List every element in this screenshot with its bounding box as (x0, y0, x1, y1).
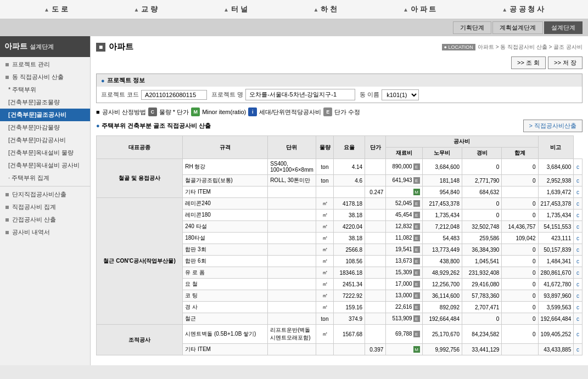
item-name: 유 로 폼 (183, 267, 268, 279)
row-action-icon[interactable]: c (576, 316, 579, 322)
bullet-icon (5, 206, 9, 209)
sidebar-item-indoor-qty[interactable]: [건축부문]옥내설비 물량 (0, 146, 90, 159)
item-qty: 7222.92 (334, 290, 365, 302)
item-expense: 0 (502, 210, 538, 221)
item-expense: 0 (502, 325, 538, 344)
method-i-icon[interactable]: i (248, 108, 257, 116)
item-loss (365, 175, 386, 186)
sidebar-item-complex-direct[interactable]: 단지직접공사비산출 (0, 188, 90, 201)
edit-icon[interactable]: E (413, 200, 420, 207)
sidebar-item-cost-doc[interactable]: 공사비 내역서 (0, 226, 90, 239)
item-labor: 0 (462, 313, 502, 325)
sidebar-item-project-mgmt[interactable]: 프로젝트 관리 (0, 58, 90, 71)
row-action-icon[interactable]: c (576, 270, 579, 276)
nav-road[interactable]: ▲ 도 로 (44, 4, 68, 14)
row-action-icon[interactable]: c (576, 224, 579, 230)
save-button[interactable]: >> 저 장 (548, 56, 583, 69)
item-expense: 0 (502, 279, 538, 290)
item-unit-price: 17,000E (386, 279, 422, 290)
item-col-icon: c (574, 186, 583, 198)
col-header-spec: 규격 (183, 136, 268, 159)
item-material: 3,684,600 (422, 159, 462, 175)
row-action-icon[interactable]: c (576, 347, 579, 353)
sidebar-item-housing-total[interactable]: · 주택부위 집계 (0, 172, 90, 184)
item-col-icon: c (574, 221, 583, 233)
row-action-icon[interactable]: c (576, 304, 579, 310)
sidebar-item-direct-total[interactable]: 직접공사비 집계 (0, 201, 90, 213)
row-action-icon[interactable]: c (576, 293, 579, 299)
nav-river[interactable]: ▲ 하 천 (313, 4, 338, 14)
sidebar-item-arch-qty[interactable]: [건축부문]골조물량 (0, 96, 90, 109)
nav-bridge[interactable]: ▲ 교 량 (134, 4, 158, 14)
sidebar-item-dong-direct[interactable]: 동 직접공사비 산출 (0, 71, 90, 83)
method-e-icon[interactable]: E (323, 108, 332, 116)
sidebar-item-indirect[interactable]: 간접공사비 산출 (0, 213, 90, 226)
edit-icon[interactable]: E (413, 281, 420, 287)
edit-icon[interactable]: E (413, 246, 420, 253)
item-expense (502, 344, 538, 355)
item-col-icon: c (574, 325, 583, 344)
stage-planning[interactable]: 기획단계 (453, 21, 491, 34)
edit-icon[interactable]: E (413, 315, 420, 322)
method-m-icon[interactable]: M (191, 108, 200, 116)
stage-design-planning[interactable]: 계획설계단계 (492, 21, 543, 34)
edit-icon[interactable]: E (413, 223, 420, 230)
calc-button[interactable]: > 직접공사비산출 (523, 120, 583, 132)
item-col-icon: c (574, 175, 583, 186)
row-action-icon[interactable]: c (576, 258, 579, 264)
edit-icon[interactable]: E (413, 304, 420, 310)
item-qty: 1567.68 (334, 325, 365, 344)
sidebar-item-finish-cost[interactable]: [건축부문]마감공사비 (0, 134, 90, 146)
method-c-icon[interactable]: C (148, 108, 157, 116)
row-action-icon[interactable]: c (576, 189, 579, 195)
row-action-icon[interactable]: c (576, 247, 579, 253)
item-unit-price: 11,082E (386, 233, 422, 244)
sidebar-item-indoor-cost[interactable]: [건축부문]옥내설비 공사비 (0, 159, 90, 172)
item-spec (268, 344, 316, 355)
row-action-icon[interactable]: c (576, 331, 579, 337)
section-subtitle: ● 주택부위 건축부분 골조 직접공사비 산출 (96, 122, 211, 130)
sidebar-item-housing[interactable]: * 주택부위 (0, 83, 90, 96)
lookup-button[interactable]: >> 조 회 (511, 56, 546, 69)
item-expense: 0 (502, 159, 538, 175)
content-area: ■ 아파트 ● LOCATION 아파트 > 동 직접공사비 산출 > 골조 공… (91, 36, 588, 365)
nav-public[interactable]: ▲ 공 공 청 사 (502, 4, 544, 14)
item-unit-price: 13,673E (386, 256, 422, 267)
item-unit-price: 12,832E (386, 221, 422, 233)
sidebar-item-arch-cost[interactable]: [건축부문]골조공사비 (0, 109, 90, 121)
item-col-icon: c (574, 159, 583, 175)
item-unit: ㎥ (316, 198, 334, 210)
edit-icon[interactable]: E (413, 331, 420, 337)
edit-icon[interactable]: E (413, 235, 420, 241)
edit-icon[interactable]: M (413, 189, 420, 195)
row-action-icon[interactable]: c (576, 281, 579, 287)
col-header-qty: 물량 (316, 136, 334, 159)
project-dong-select[interactable]: k101(1) (382, 89, 419, 100)
row-action-icon[interactable]: c (576, 164, 579, 170)
edit-icon[interactable]: E (413, 292, 420, 299)
row-action-icon[interactable]: c (576, 235, 579, 241)
edit-icon[interactable]: E (413, 258, 420, 264)
row-action-icon[interactable]: c (576, 178, 579, 184)
edit-icon[interactable]: M (413, 346, 420, 353)
edit-icon[interactable]: E (413, 212, 420, 218)
item-total: 423,111 (538, 233, 574, 244)
nav-apartment[interactable]: ▲ 아 파 트 (403, 4, 436, 14)
stage-design[interactable]: 설계단계 (544, 21, 583, 34)
item-unit: ㎥ (316, 210, 334, 221)
subtitle-bar: ● 주택부위 건축부분 골조 직접공사비 산출 > 직접공사비산출 (96, 120, 583, 132)
edit-icon[interactable]: E (413, 177, 420, 184)
item-expense: 0 (502, 175, 538, 186)
row-action-icon[interactable]: c (576, 201, 579, 207)
row-action-icon[interactable]: c (576, 212, 579, 218)
location-bar: ● LOCATION 아파트 > 동 직접공사비 산출 > 골조 공사비 (442, 43, 583, 51)
nav-tunnel[interactable]: ▲ 터 널 (223, 4, 248, 14)
item-qty (334, 186, 365, 198)
item-total: 1,484,341 (538, 256, 574, 267)
sidebar-item-finish-qty[interactable]: [건축부문]마감물량 (0, 121, 90, 134)
edit-icon[interactable]: E (413, 269, 420, 276)
item-name: 경 사 (183, 302, 268, 313)
item-labor: 2,707,471 (462, 302, 502, 313)
bullet-icon (5, 63, 9, 66)
edit-icon[interactable]: E (413, 163, 420, 170)
